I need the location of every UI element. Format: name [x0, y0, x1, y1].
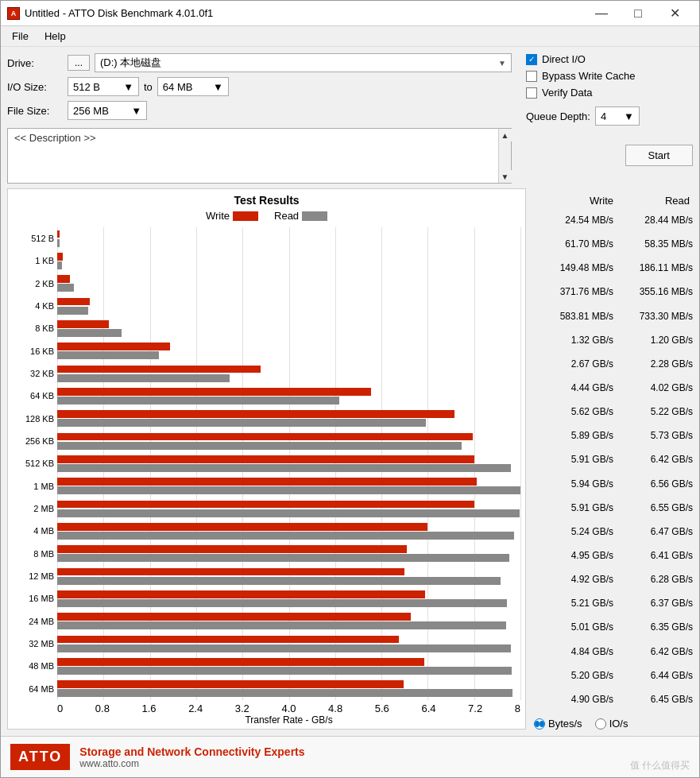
- bars-container: [57, 612, 520, 630]
- close-button[interactable]: ✕: [656, 1, 693, 26]
- bar-label: 8 KB: [10, 323, 54, 333]
- x-axis-label-tick: 3.2: [235, 703, 249, 714]
- io-size-from-dropdown[interactable]: 512 B ▼: [68, 77, 139, 96]
- scroll-down-button[interactable]: ▼: [499, 170, 512, 183]
- bar-row: 2 MB: [57, 497, 520, 520]
- start-button[interactable]: Start: [625, 145, 693, 166]
- browse-button[interactable]: ...: [68, 55, 90, 71]
- read-bar: [57, 442, 462, 450]
- read-value: 6.44 GB/s: [613, 670, 693, 681]
- bar-label: 64 MB: [10, 684, 54, 694]
- drive-select[interactable]: (D:) 本地磁盘 ▼: [95, 53, 512, 72]
- write-bar: [57, 253, 63, 261]
- table-row: 4.84 GB/s6.42 GB/s: [534, 640, 693, 664]
- read-bar: [57, 554, 509, 562]
- write-bar: [57, 366, 261, 374]
- table-row: 149.48 MB/s186.11 MB/s: [534, 256, 693, 280]
- read-bar: [57, 419, 426, 427]
- description-scrollbar[interactable]: ▲ ▼: [498, 129, 511, 183]
- menu-file[interactable]: File: [4, 29, 37, 44]
- bar-row: 16 MB: [57, 587, 520, 610]
- main-content: Drive: ... (D:) 本地磁盘 ▼ I/O Size: 512 B ▼…: [1, 47, 699, 736]
- write-value: 2.67 GB/s: [534, 358, 613, 370]
- legend-write: Write: [206, 210, 258, 222]
- drive-value: (D:) 本地磁盘: [100, 56, 161, 70]
- bar-row: 512 B: [57, 227, 520, 250]
- grid-line: [520, 227, 521, 700]
- bar-label: 16 KB: [10, 346, 54, 356]
- direct-io-checkbox[interactable]: [526, 54, 537, 65]
- write-bar: [57, 636, 399, 644]
- title-bar-left: A Untitled - ATTO Disk Benchmark 4.01.0f…: [7, 7, 213, 20]
- write-bar: [57, 658, 424, 666]
- table-row: 4.95 GB/s6.41 GB/s: [534, 544, 693, 567]
- table-row: 5.94 GB/s6.56 GB/s: [534, 472, 693, 496]
- app-window: A Untitled - ATTO Disk Benchmark 4.01.0f…: [0, 0, 700, 778]
- bar-label: 2 KB: [10, 279, 54, 288]
- file-size-dropdown[interactable]: 256 MB ▼: [68, 101, 147, 120]
- write-value: 24.54 MB/s: [534, 215, 613, 226]
- table-row: 583.81 MB/s733.30 MB/s: [534, 304, 693, 328]
- drive-row: Drive: ... (D:) 本地磁盘 ▼: [7, 53, 512, 72]
- bytes-radio-item[interactable]: Bytes/s: [534, 718, 582, 730]
- write-value: 5.21 GB/s: [534, 598, 613, 609]
- data-table-header: Write Read: [534, 195, 693, 207]
- read-value: 6.45 GB/s: [613, 694, 693, 705]
- bar-label: 4 MB: [10, 526, 54, 536]
- bar-label: 12 MB: [10, 571, 54, 581]
- bar-label: 4 KB: [10, 301, 54, 311]
- read-value: 4.02 GB/s: [613, 382, 693, 393]
- queue-depth-dropdown[interactable]: 4 ▼: [595, 106, 640, 126]
- bar-label: 8 MB: [10, 549, 54, 559]
- left-controls: Drive: ... (D:) 本地磁盘 ▼ I/O Size: 512 B ▼…: [7, 53, 512, 184]
- table-row: 1.32 GB/s1.20 GB/s: [534, 328, 693, 352]
- write-value: 5.01 GB/s: [534, 621, 613, 633]
- bars-container: [57, 297, 520, 315]
- bar-label: 1 KB: [10, 256, 54, 265]
- x-axis-label-tick: 1.6: [141, 703, 156, 714]
- io-size-to-arrow: ▼: [213, 81, 223, 93]
- bar-row: 64 MB: [57, 678, 520, 700]
- bypass-write-cache-label: Bypass Write Cache: [542, 70, 636, 82]
- bar-row: 8 MB: [57, 543, 520, 565]
- data-table: Write Read 24.54 MB/s28.44 MB/s61.70 MB/…: [526, 188, 693, 730]
- to-label: to: [144, 81, 153, 93]
- io-size-to-dropdown[interactable]: 64 MB ▼: [157, 77, 229, 96]
- footer-url: www.atto.com: [79, 758, 304, 769]
- bytes-radio-button[interactable]: [534, 718, 545, 730]
- read-value: 6.41 GB/s: [613, 550, 693, 561]
- verify-data-checkbox[interactable]: [526, 87, 537, 99]
- bars-container: [57, 567, 520, 586]
- table-row: 4.90 GB/s6.45 GB/s: [534, 687, 693, 711]
- bars-container: [57, 365, 520, 383]
- write-value: 5.24 GB/s: [534, 526, 613, 537]
- write-value: 4.44 GB/s: [534, 382, 613, 393]
- read-bar: [57, 644, 511, 652]
- write-bar: [57, 478, 477, 486]
- maximize-button[interactable]: □: [620, 1, 656, 26]
- description-text: << Description >>: [8, 129, 511, 147]
- bypass-write-cache-checkbox[interactable]: [526, 71, 537, 82]
- read-value: 6.37 GB/s: [613, 598, 693, 609]
- bar-label: 48 MB: [10, 661, 54, 671]
- x-axis-label-tick: 8: [515, 703, 520, 714]
- menu-bar: File Help: [1, 26, 699, 47]
- scroll-up-button[interactable]: ▲: [499, 129, 512, 141]
- read-bar: [57, 689, 512, 697]
- read-value: 6.47 GB/s: [613, 526, 693, 537]
- bar-label: 512 B: [10, 234, 54, 243]
- bytes-radio-label: Bytes/s: [548, 718, 582, 730]
- x-axis-label-tick: 0: [57, 703, 63, 714]
- bar-row: 64 KB: [57, 385, 520, 407]
- read-swatch: [302, 211, 327, 221]
- x-axis-label-tick: 4.8: [328, 703, 342, 714]
- write-value: 4.95 GB/s: [534, 550, 613, 561]
- io-radio-item[interactable]: IO/s: [595, 718, 628, 730]
- minimize-button[interactable]: —: [583, 1, 620, 26]
- bar-label: 64 KB: [10, 391, 54, 401]
- read-value: 5.22 GB/s: [613, 406, 693, 417]
- menu-help[interactable]: Help: [37, 29, 74, 44]
- read-bar: [57, 621, 506, 629]
- read-bar: [57, 397, 339, 404]
- io-radio-button[interactable]: [595, 718, 606, 730]
